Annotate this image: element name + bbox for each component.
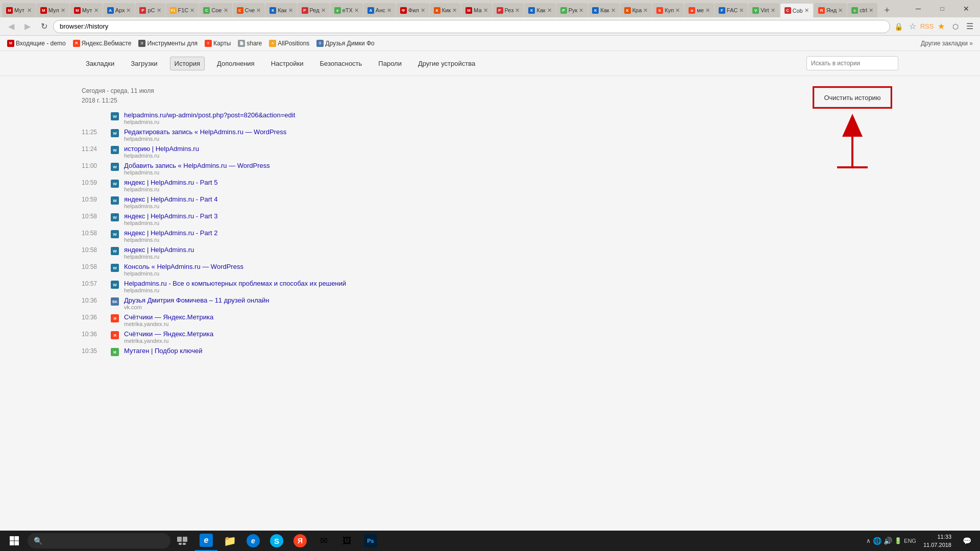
taskbar-app-explorer[interactable]: 📁 bbox=[218, 531, 241, 551]
history-entry-title[interactable]: Счётчики — Яндекс.Метрика bbox=[124, 313, 213, 321]
tab[interactable]: F1 F1C ✕ bbox=[166, 3, 199, 17]
history-entry-title[interactable]: Редактировать запись « HelpAdmins.ru — W… bbox=[124, 128, 286, 136]
tab-active[interactable]: C Cob ✕ bbox=[780, 3, 814, 17]
taskbar-clock[interactable]: 11:33 11.07.2018 bbox=[920, 533, 954, 549]
tab[interactable]: К Как ✕ bbox=[265, 3, 297, 17]
history-entry-title[interactable]: яндекс | HelpAdmins.ru - Part 4 bbox=[124, 195, 217, 203]
taskbar-search[interactable]: 🔍 bbox=[28, 533, 170, 548]
bookmark-yandex-webmaster[interactable]: Я Яндекс.Вебмасте bbox=[70, 39, 135, 48]
tab-security[interactable]: Безопасность bbox=[315, 57, 366, 70]
history-entry-title[interactable]: Добавить запись « HelpAdmins.ru — WordPr… bbox=[124, 162, 270, 169]
tab[interactable]: Р рС ✕ bbox=[135, 3, 165, 17]
taskbar-app-photos[interactable]: 🖼 bbox=[336, 531, 358, 551]
start-button[interactable] bbox=[2, 531, 27, 551]
history-entry-title[interactable]: яндекс | HelpAdmins.ru - Part 5 bbox=[124, 179, 217, 186]
history-time: 10:58 bbox=[82, 212, 110, 220]
tray-chevron[interactable]: ∧ bbox=[866, 537, 871, 544]
history-entry-url: helpadmins.ru bbox=[124, 287, 346, 293]
tab[interactable]: С Сое ✕ bbox=[199, 3, 232, 17]
tab[interactable]: К Как ✕ bbox=[588, 3, 619, 17]
menu-icon[interactable]: ☰ bbox=[964, 20, 976, 33]
new-tab-btn[interactable]: + bbox=[880, 3, 894, 17]
tray-volume[interactable]: 🔊 bbox=[884, 537, 892, 545]
history-entry-title[interactable]: историю | HelpAdmins.ru bbox=[124, 145, 199, 153]
history-entry: 11:00 W Добавить запись « HelpAdmins.ru … bbox=[82, 160, 796, 177]
bookmark-vk-friends[interactable]: В Друзья Димки Фо bbox=[313, 39, 377, 48]
tab[interactable]: Я Янд ✕ bbox=[814, 3, 847, 17]
taskbar-app-edge[interactable]: e bbox=[195, 531, 217, 551]
history-entry-title[interactable]: Консоль « HelpAdmins.ru — WordPress bbox=[124, 263, 243, 270]
history-entry-title[interactable]: helpadmins.ru/wp-admin/post.php?post=820… bbox=[124, 111, 295, 119]
tab-downloads[interactable]: Загрузки bbox=[127, 57, 161, 70]
tab[interactable]: M Мут ✕ bbox=[70, 3, 103, 17]
history-entry-title[interactable]: Helpadmins.ru - Все о компьютерных пробл… bbox=[124, 280, 346, 287]
taskbar-task-view[interactable] bbox=[172, 531, 194, 551]
history-favicon: W bbox=[110, 263, 120, 273]
other-bookmarks[interactable]: Другие закладки » bbox=[918, 40, 976, 47]
taskbar-app-edge2[interactable]: e bbox=[242, 531, 264, 551]
tab[interactable]: К Как ✕ bbox=[524, 3, 555, 17]
history-search-input[interactable] bbox=[806, 56, 898, 70]
tab-settings[interactable]: Настройки bbox=[267, 57, 308, 70]
tab[interactable]: С Сче ✕ bbox=[233, 3, 265, 17]
tab[interactable]: К Куп ✕ bbox=[652, 3, 684, 17]
address-bar[interactable] bbox=[53, 20, 890, 33]
lock-icon: 🔒 bbox=[892, 20, 904, 33]
refresh-btn[interactable]: ↻ bbox=[37, 19, 51, 34]
tab[interactable]: Р Рез ✕ bbox=[493, 3, 524, 17]
tab-passwords[interactable]: Пароли bbox=[374, 57, 406, 70]
tray-lang[interactable]: ENG bbox=[904, 538, 916, 544]
tab-addons[interactable]: Дополнения bbox=[213, 57, 259, 70]
tab[interactable]: М Ма ✕ bbox=[461, 3, 492, 17]
history-time: 10:59 bbox=[82, 195, 110, 203]
bookmark-inbox[interactable]: M Входящие - demo bbox=[4, 39, 69, 48]
tab[interactable]: я ме ✕ bbox=[684, 3, 714, 17]
tab[interactable]: Р Рук ✕ bbox=[556, 3, 588, 17]
minimize-btn[interactable]: ─ bbox=[906, 0, 930, 17]
taskbar-app-ps[interactable]: Ps bbox=[359, 531, 382, 551]
back-btn[interactable]: ◀ bbox=[4, 19, 18, 34]
history-entry-title[interactable]: яндекс | HelpAdmins.ru bbox=[124, 246, 194, 254]
bookmark-maps[interactable]: К Карты bbox=[202, 39, 234, 48]
maximize-btn[interactable]: □ bbox=[930, 0, 954, 17]
history-entry-title[interactable]: Счётчики — Яндекс.Метрика bbox=[124, 330, 213, 338]
tray-network[interactable]: 🌐 bbox=[873, 537, 881, 545]
taskbar-app-yandex[interactable]: Я bbox=[289, 531, 311, 551]
tab[interactable]: e eTX ✕ bbox=[330, 3, 363, 17]
tab[interactable]: M Мул ✕ bbox=[36, 3, 69, 17]
tab[interactable]: c ctrl ✕ bbox=[847, 3, 877, 17]
taskbar-app-mail[interactable]: ✉ bbox=[312, 531, 335, 551]
tab[interactable]: А Анс ✕ bbox=[363, 3, 396, 17]
tab[interactable]: Р Ред ✕ bbox=[298, 3, 330, 17]
tab[interactable]: V Virt ✕ bbox=[748, 3, 779, 17]
clear-history-button[interactable]: Очистить историю bbox=[814, 88, 891, 107]
history-favicon: ВК bbox=[110, 296, 120, 307]
bookmark-star-icon[interactable]: ★ bbox=[935, 20, 947, 33]
history-entry-url: helpadmins.ru bbox=[124, 186, 217, 192]
rss-icon[interactable]: RSS bbox=[921, 20, 933, 33]
tab[interactable]: К Кик ✕ bbox=[430, 3, 461, 17]
action-center-btn[interactable]: 💬 bbox=[955, 531, 978, 551]
history-entry-title[interactable]: Друзья Дмитрия Фомичева – 11 друзей онла… bbox=[124, 296, 269, 304]
tab[interactable]: Ф Фил ✕ bbox=[396, 3, 429, 17]
bookmark-allpositions[interactable]: A AllPositions bbox=[266, 39, 312, 48]
history-entry: 10:36 Я Счётчики — Яндекс.Метрика metrik… bbox=[82, 312, 796, 329]
tab[interactable]: M Мут ✕ bbox=[2, 3, 36, 17]
history-entry-title[interactable]: яндекс | HelpAdmins.ru - Part 3 bbox=[124, 212, 217, 220]
tab[interactable]: А Арх ✕ bbox=[103, 3, 135, 17]
star-icon[interactable]: ☆ bbox=[906, 20, 919, 33]
taskbar-app-skype[interactable]: S bbox=[265, 531, 288, 551]
history-entry-title[interactable]: яндекс | HelpAdmins.ru - Part 2 bbox=[124, 229, 217, 237]
tab-bookmarks[interactable]: Закладки bbox=[82, 57, 118, 70]
close-btn[interactable]: ✕ bbox=[954, 0, 978, 17]
tab-history[interactable]: История bbox=[170, 57, 205, 70]
tab-other-devices[interactable]: Другие устройства bbox=[414, 57, 479, 70]
history-favicon: W bbox=[110, 212, 120, 222]
bookmark-tools[interactable]: ⚙ Инструменты для bbox=[135, 39, 201, 48]
bookmark-share[interactable]: 📄 share bbox=[235, 39, 265, 48]
extension-icon[interactable]: ⬡ bbox=[949, 20, 962, 33]
forward-btn[interactable]: ▶ bbox=[20, 19, 35, 34]
tab[interactable]: F FAC ✕ bbox=[715, 3, 748, 17]
tab[interactable]: К Кра ✕ bbox=[620, 3, 652, 17]
history-entry-title[interactable]: Мутаген | Подбор ключей bbox=[124, 347, 203, 355]
